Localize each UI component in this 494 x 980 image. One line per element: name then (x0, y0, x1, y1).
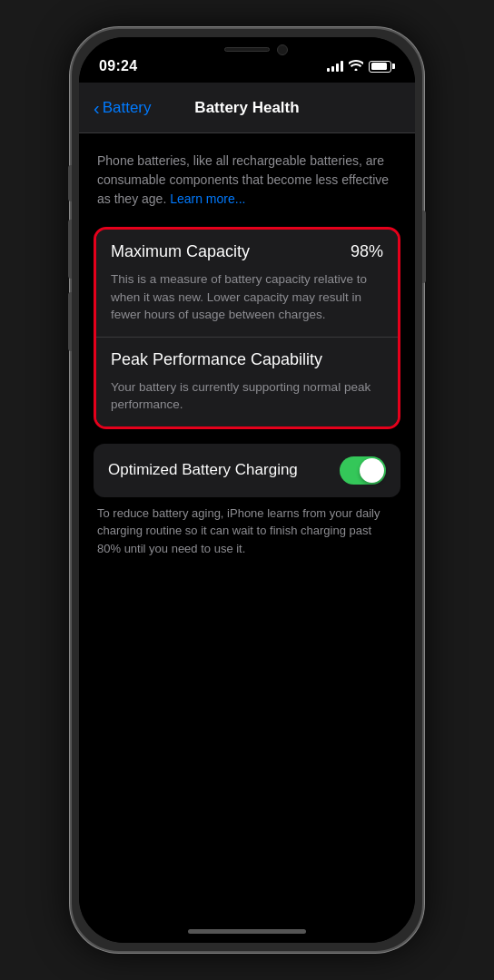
max-capacity-section: Maximum Capacity 98% This is a measure o… (96, 230, 398, 337)
max-capacity-row: Maximum Capacity 98% (111, 242, 383, 261)
signal-icon (327, 61, 343, 72)
back-chevron-icon: ‹ (94, 99, 100, 117)
wifi-icon (349, 60, 363, 74)
learn-more-link[interactable]: Learn more... (170, 191, 245, 206)
camera (277, 44, 288, 55)
peak-performance-section: Peak Performance Capability Your battery… (96, 337, 398, 426)
battery-health-card: Maximum Capacity 98% This is a measure o… (94, 227, 400, 429)
max-capacity-value: 98% (351, 242, 383, 261)
phone-frame: 09:24 (70, 27, 424, 953)
home-indicator[interactable] (188, 929, 306, 934)
navigation-bar: ‹ Battery Battery Health (79, 83, 415, 133)
max-capacity-desc: This is a measure of battery capacity re… (111, 270, 383, 324)
footer-description: To reduce battery aging, iPhone learns f… (94, 505, 400, 558)
optimized-charging-label: Optimized Battery Charging (108, 461, 298, 479)
optimized-charging-toggle[interactable] (340, 456, 386, 485)
phone-screen: 09:24 (79, 37, 415, 943)
page-title: Battery Health (166, 99, 328, 117)
volume-up-button (68, 220, 72, 279)
battery-status-icon (369, 61, 395, 73)
status-icons (327, 60, 395, 74)
description-text: Phone batteries, like all rechargeable b… (94, 152, 400, 209)
back-label[interactable]: Battery (103, 99, 152, 117)
toggle-knob (360, 458, 384, 483)
optimized-charging-row: Optimized Battery Charging (94, 444, 400, 497)
silent-switch (68, 165, 72, 201)
volume-down-button (68, 292, 72, 351)
status-time: 09:24 (99, 58, 137, 74)
peak-performance-desc: Your battery is currently supporting nor… (111, 378, 383, 414)
power-button (422, 211, 426, 283)
peak-performance-label: Peak Performance Capability (111, 350, 383, 369)
max-capacity-label: Maximum Capacity (111, 242, 250, 261)
back-button[interactable]: ‹ Battery (94, 99, 166, 117)
notch (179, 37, 315, 63)
content-area: Phone batteries, like all rechargeable b… (79, 133, 415, 943)
speaker (224, 47, 270, 52)
